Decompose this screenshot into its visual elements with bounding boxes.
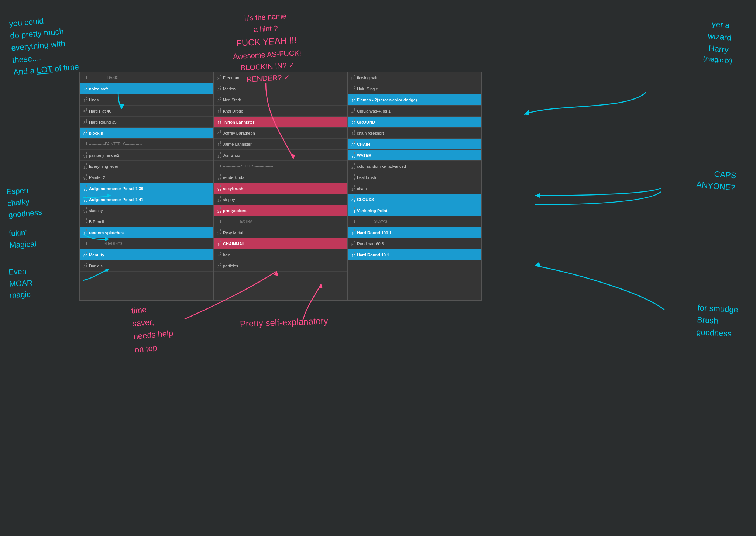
row-label: prettycolors	[223, 208, 346, 213]
svg-marker-2	[524, 110, 529, 115]
row-number: 29	[349, 163, 357, 169]
annotation-topright: yer a wizard Harry (magic fx)	[703, 17, 736, 66]
row-number: 1	[349, 219, 357, 224]
row-number: 40	[349, 108, 357, 114]
svg-marker-9	[535, 262, 540, 266]
row-label: OldCanvas-4.jpg 1	[357, 109, 480, 113]
row-item[interactable]: 1--------------ZEDIG'S---------------	[214, 161, 347, 172]
row-item[interactable]: 73Aufgenommener Pinsel 1 41	[80, 194, 213, 205]
annotation-timesaver: time saver, needs help on top	[131, 301, 175, 356]
row-item[interactable]: 90Painter 2	[80, 172, 213, 183]
row-number: 12	[215, 141, 223, 147]
row-number: 19	[349, 252, 357, 258]
row-number: 14	[349, 130, 357, 136]
brush-panel: 1---------------BASIC-----------------40…	[79, 72, 482, 301]
row-label: Hard Round 19 1	[357, 253, 480, 257]
row-item[interactable]: 1Vanishing Point	[348, 205, 481, 216]
row-item[interactable]: 50Rund hart 60 3	[348, 238, 481, 249]
row-label: Hard Flat 40	[89, 109, 212, 113]
row-item[interactable]: 40hair	[214, 249, 347, 260]
row-label: flowing hair	[357, 76, 480, 80]
column-1: 1---------------BASIC-----------------40…	[80, 72, 214, 300]
row-item[interactable]: 32sketchy	[80, 205, 213, 216]
row-number: 32	[81, 207, 89, 214]
row-item[interactable]: 30CHAIN	[348, 139, 481, 150]
row-number: 2	[81, 218, 89, 225]
row-item[interactable]: 19Lines	[80, 94, 213, 106]
row-item[interactable]: 49CLOUDS	[348, 194, 481, 205]
row-number: 1	[215, 219, 223, 224]
row-item[interactable]: 14chain	[348, 183, 481, 194]
row-number: 49	[349, 196, 357, 203]
row-label: -------------PAINTERLY--------------	[89, 142, 212, 146]
row-number: 60	[81, 130, 89, 136]
row-item[interactable]: 1------------SHADDY'S----------	[80, 238, 213, 249]
row-number: 1	[81, 242, 89, 246]
row-number: 90	[215, 130, 223, 136]
row-item[interactable]: 73Aufgenommener Pinsel 1 36	[80, 183, 213, 194]
row-label: --------------ZEDIG'S---------------	[223, 164, 346, 168]
row-item[interactable]: 10Everything, ever	[80, 161, 213, 172]
row-item[interactable]: 19Hard Round 19 1	[348, 249, 481, 260]
row-item[interactable]: 1-------------PAINTERLY--------------	[80, 139, 213, 150]
row-label: Leaf brush	[357, 175, 480, 180]
row-label: color randomixer advanced	[357, 164, 480, 169]
row-item[interactable]: 29prettycolors	[214, 205, 347, 216]
row-item[interactable]: 40noize soft	[80, 83, 213, 94]
row-number: 50	[349, 241, 357, 247]
row-item[interactable]: 10Flames - 2(screen/color dodge)	[348, 94, 481, 106]
row-item[interactable]: 25Marlow	[214, 83, 347, 94]
row-item[interactable]: 90flowing hair	[348, 72, 481, 83]
row-item[interactable]: 10Hard Round 100 1	[348, 227, 481, 238]
row-number: 40	[81, 86, 89, 92]
row-item[interactable]: 91painterly render2	[80, 150, 213, 161]
row-label: --------------SILVA'S---------------	[357, 219, 480, 224]
row-item[interactable]: 25Daniels	[80, 260, 213, 272]
row-item[interactable]: 90Joffrey Baratheon	[214, 128, 347, 139]
row-item[interactable]: 14chain foreshort	[348, 128, 481, 139]
row-item[interactable]: 25Rysy Metal	[214, 227, 347, 238]
row-item[interactable]: 12random splatches	[80, 227, 213, 238]
row-item[interactable]: 9Hair_Single	[348, 83, 481, 94]
row-item[interactable]: 22GROUND	[348, 117, 481, 128]
row-label: CHAINMAIL	[223, 242, 346, 246]
row-item[interactable]: 17Khal Drogo	[214, 106, 347, 117]
row-item[interactable]: 20Ned Stark	[214, 94, 347, 106]
row-item[interactable]: 2B Pencil	[80, 216, 213, 227]
row-item[interactable]: 1--------------SILVA'S---------------	[348, 216, 481, 227]
row-number: 90	[81, 252, 89, 258]
row-number: 40	[215, 252, 223, 258]
column-2: 80Freeman25Marlow20Ned Stark17Khal Drogo…	[214, 72, 348, 300]
row-label: Marlow	[223, 87, 346, 91]
row-item[interactable]: 17stripey	[214, 194, 347, 205]
row-label: Vanishing Point	[357, 208, 480, 213]
row-item[interactable]: 40OldCanvas-4.jpg 1	[348, 106, 481, 117]
row-item[interactable]: 60blockin	[80, 128, 213, 139]
row-number: 14	[349, 185, 357, 191]
row-item[interactable]: 17Tyrion Lannister	[214, 117, 347, 128]
annotation-topleft: you could do pretty much everything with…	[8, 12, 79, 79]
row-item[interactable]: 50Hard Flat 40	[80, 106, 213, 117]
row-item[interactable]: 12Jaime Lannister	[214, 139, 347, 150]
row-item[interactable]: 1---------------BASIC-----------------	[80, 72, 213, 83]
row-item[interactable]: 9Leaf brush	[348, 172, 481, 183]
row-item[interactable]: 15Jun Snuu	[214, 150, 347, 161]
row-number: 10	[349, 229, 357, 236]
row-number: 1	[81, 76, 89, 80]
row-item[interactable]: 29color randomixer advanced	[348, 161, 481, 172]
row-item[interactable]: 77renderkinda	[214, 172, 347, 183]
row-label: CHAIN	[357, 142, 480, 146]
row-label: WATER	[357, 153, 480, 158]
row-item[interactable]: 29particles	[214, 260, 347, 272]
row-item[interactable]: 10CHAINMAIL	[214, 238, 347, 249]
row-item[interactable]: 90Mcnulty	[80, 249, 213, 260]
row-item[interactable]: 80Freeman	[214, 72, 347, 83]
row-number: 17	[215, 119, 223, 125]
column-3: 90flowing hair9Hair_Single10Flames - 2(s…	[348, 72, 481, 300]
row-number: 9	[349, 86, 357, 92]
row-item[interactable]: 70WATER	[348, 150, 481, 161]
row-label: Rysy Metal	[223, 231, 346, 235]
row-item[interactable]: 92sexybrush	[214, 183, 347, 194]
row-item[interactable]: 35Hard Round 35	[80, 117, 213, 128]
row-item[interactable]: 1--------------EXTRA-----------------	[214, 216, 347, 227]
